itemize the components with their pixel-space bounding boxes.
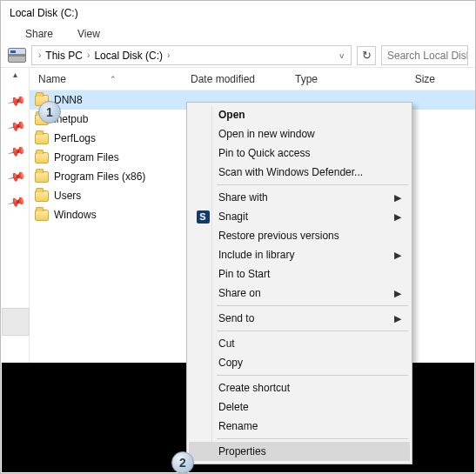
folder-label: Program Files (x86) — [54, 170, 145, 183]
menu-properties[interactable]: Properties — [189, 442, 410, 461]
folder-icon — [35, 133, 49, 144]
folder-icon — [35, 210, 49, 221]
menu-open[interactable]: Open — [189, 105, 410, 124]
menu-send-to[interactable]: Send to▶ — [189, 309, 410, 328]
menu-label: Share on — [218, 287, 261, 299]
menu-restore-versions[interactable]: Restore previous versions — [189, 226, 410, 245]
breadcrumb[interactable]: › This PC › Local Disk (C:) › ⅴ — [31, 45, 352, 65]
submenu-arrow-icon: ▶ — [394, 288, 401, 299]
submenu-arrow-icon: ▶ — [394, 192, 401, 204]
chevron-right-icon[interactable]: › — [164, 50, 172, 60]
pin-icon[interactable]: 📌 — [7, 117, 23, 132]
menu-pin-start[interactable]: Pin to Start — [189, 264, 410, 284]
address-bar-row: › This PC › Local Disk (C:) › ⅴ ↻ Search… — [1, 43, 475, 68]
drive-icon — [8, 48, 26, 63]
pin-icon[interactable]: 📌 — [7, 91, 23, 107]
menu-rename[interactable]: Rename — [189, 417, 410, 436]
pin-icon[interactable]: 📌 — [7, 167, 23, 183]
submenu-arrow-icon: ▶ — [394, 211, 401, 223]
menu-snagit[interactable]: S Snagit ▶ — [189, 207, 410, 226]
menu-separator — [217, 438, 408, 439]
folder-label: Windows — [54, 209, 97, 221]
menubar: Share View — [1, 24, 475, 43]
window-title: Local Disk (C:) — [1, 1, 475, 24]
chevron-down-icon[interactable]: ⅴ — [336, 51, 347, 60]
menu-label: Include in library — [218, 249, 294, 261]
col-name[interactable]: Name ⌃ — [30, 73, 182, 85]
menu-pin-quick-access[interactable]: Pin to Quick access — [189, 144, 410, 163]
callout-badge-2: 2 — [171, 451, 194, 474]
search-input[interactable]: Search Local Disk — [381, 45, 468, 65]
menu-include-library[interactable]: Include in library▶ — [189, 245, 410, 264]
menu-share-on[interactable]: Share on▶ — [189, 284, 410, 303]
menu-share[interactable]: Share — [25, 28, 53, 40]
snagit-icon-letter: S — [197, 210, 210, 224]
pin-icon[interactable]: 📌 — [7, 192, 23, 208]
chevron-right-icon[interactable]: › — [84, 50, 92, 60]
scroll-up-icon[interactable]: ▴ — [13, 70, 17, 79]
context-menu: Open Open in new window Pin to Quick acc… — [186, 102, 412, 464]
col-size[interactable]: Size — [395, 73, 440, 85]
folder-icon — [35, 190, 49, 202]
callout-badge-1: 1 — [38, 101, 61, 124]
menu-open-new-window[interactable]: Open in new window — [189, 124, 410, 144]
menu-copy[interactable]: Copy — [189, 353, 410, 372]
col-type[interactable]: Type — [286, 73, 395, 85]
breadcrumb-local-disk[interactable]: Local Disk (C:) — [94, 50, 163, 62]
menu-delete[interactable]: Delete — [189, 397, 410, 417]
menu-cut[interactable]: Cut — [189, 334, 410, 353]
column-headers: Name ⌃ Date modified Type Size — [30, 68, 475, 90]
menu-share-with[interactable]: Share with▶ — [189, 188, 410, 207]
breadcrumb-this-pc[interactable]: This PC — [45, 50, 83, 62]
menu-create-shortcut[interactable]: Create shortcut — [189, 378, 410, 397]
submenu-arrow-icon: ▶ — [394, 313, 401, 324]
menu-label: Send to — [218, 312, 254, 324]
chevron-right-icon[interactable]: › — [36, 50, 44, 60]
folder-icon — [35, 152, 49, 164]
menu-separator — [217, 305, 408, 306]
folder-icon — [35, 171, 49, 183]
menu-separator — [217, 330, 408, 331]
refresh-button[interactable]: ↻ — [357, 46, 376, 65]
col-name-label: Name — [38, 73, 66, 85]
menu-scan-defender[interactable]: Scan with Windows Defender... — [189, 163, 410, 182]
folder-label: PerfLogs — [54, 132, 96, 144]
menu-label: Snagit — [218, 210, 248, 223]
pin-icon[interactable]: 📌 — [7, 142, 23, 157]
scroll-thumb[interactable] — [2, 308, 30, 336]
submenu-arrow-icon: ▶ — [394, 250, 401, 261]
folder-label: Program Files — [54, 151, 119, 164]
menu-separator — [217, 375, 408, 376]
folder-label: Users — [54, 190, 81, 202]
col-date[interactable]: Date modified — [182, 73, 286, 85]
snagit-icon: S — [196, 210, 210, 224]
sort-asc-icon: ⌃ — [110, 75, 117, 83]
menu-label: Share with — [218, 191, 268, 204]
menu-view[interactable]: View — [77, 28, 100, 40]
menu-separator — [217, 184, 408, 185]
